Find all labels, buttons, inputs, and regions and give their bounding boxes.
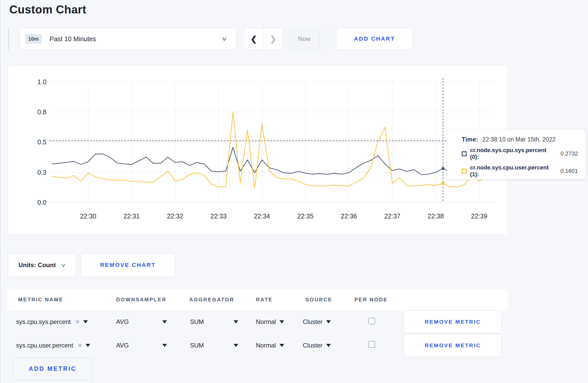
remove-metric-button[interactable]: REMOVE METRIC [404,334,502,357]
col-header-downsampler: DOWNSAMPLER [116,297,166,303]
rate-value: Normal [256,318,276,325]
cpu-usage-chart[interactable]: 0.00.30.50.81.0 22:3022:3122:3222:3322:3… [8,66,508,235]
chart-tooltip: Time: 22:38:10 on Mar 15th, 2022 cr.node… [447,130,586,179]
time-range-badge: 10m [25,34,42,44]
col-header-aggregator: AGGREGATOR [189,297,234,303]
svg-text:22:34: 22:34 [254,212,270,220]
col-header-rate: RATE [256,297,273,303]
tooltip-series-label: cr.node.sys.cpu.user.percent (1): [470,164,557,178]
metric-name-value: sys.cpu.user.percent [16,342,73,349]
dropdown-caret-icon [162,320,167,323]
svg-text:22:37: 22:37 [384,212,401,220]
controls-divider [8,29,9,50]
svg-text:22:39: 22:39 [471,212,487,220]
dropdown-caret-icon [162,344,167,347]
svg-text:22:38: 22:38 [428,212,444,220]
svg-text:22:35: 22:35 [297,212,314,220]
chart-y-axis-labels: 0.00.30.50.81.0 [37,78,46,206]
metric-name-select[interactable]: sys.cpu.sys.percent × [16,318,88,325]
time-range-select[interactable]: 10m Past 10 Minutes ∨ [20,28,236,50]
svg-text:22:32: 22:32 [167,212,183,220]
svg-text:0.0: 0.0 [37,199,46,206]
per-node-checkbox[interactable] [368,318,375,324]
tooltip-series-row: cr.node.sys.cpu.sys.percent (0): 0.2732 [462,147,578,160]
source-select[interactable]: Cluster [303,342,331,349]
chart-card: 0.00.30.50.81.0 22:3022:3122:3222:3322:3… [8,65,508,235]
dropdown-caret-icon [83,320,88,323]
tooltip-time-label: Time: [462,136,478,143]
col-header-metric-name: METRIC NAME [18,297,63,303]
downsampler-value: AVG [116,318,129,325]
svg-text:22:30: 22:30 [80,212,96,220]
source-value: Cluster [303,318,323,325]
downsampler-select[interactable]: AVG [116,318,167,325]
aggregator-select[interactable]: SUM [190,342,238,349]
chart-crosshair [50,78,494,202]
svg-text:22:33: 22:33 [211,212,227,220]
tooltip-series-value: 0.2732 [561,150,578,157]
chart-gridlines [50,82,494,202]
page-title: Custom Chart [9,3,86,16]
time-prev-button[interactable]: ❮ [244,28,264,49]
time-pager: ❮ ❯ [244,28,283,50]
time-range-label: Past 10 Minutes [50,35,96,43]
now-button[interactable]: Now [289,28,320,50]
tooltip-time-row: Time: 22:38:10 on Mar 15th, 2022 [462,136,578,143]
svg-text:22:31: 22:31 [123,212,140,220]
source-value: Cluster [303,342,323,349]
dropdown-caret-icon [234,344,238,347]
chart-series-lines [52,112,494,188]
rate-select[interactable]: Normal [256,342,284,349]
page-left-border [0,0,1,383]
rate-select[interactable]: Normal [256,318,284,325]
aggregator-value: SUM [190,342,204,349]
metric-name-value: sys.cpu.sys.percent [16,318,71,325]
units-dropdown[interactable]: Units: Count ∨ [8,253,76,277]
col-header-source: SOURCE [305,297,332,303]
tooltip-series-row: cr.node.sys.cpu.user.percent (1): 0.1601 [462,164,578,178]
downsampler-value: AVG [116,342,129,349]
svg-text:1.0: 1.0 [37,78,46,86]
tooltip-time-value: 22:38:10 on Mar 15th, 2022 [482,136,556,143]
svg-text:0.3: 0.3 [37,169,46,176]
sys-series-swatch-icon [462,151,467,156]
add-chart-button[interactable]: ADD CHART [336,28,413,50]
chart-x-axis-labels: 22:3022:3122:3222:3322:3422:3522:3622:37… [80,212,487,220]
dropdown-caret-icon [234,320,238,323]
remove-metric-x-icon[interactable]: × [75,318,80,325]
time-next-button[interactable]: ❯ [264,28,283,49]
aggregator-select[interactable]: SUM [190,318,238,325]
col-header-per-node: PER NODE [354,297,388,303]
svg-text:22:36: 22:36 [341,212,357,220]
dropdown-caret-icon [326,320,331,323]
dropdown-caret-icon [279,320,284,323]
svg-text:0.8: 0.8 [37,108,46,116]
dropdown-caret-icon [86,344,90,347]
dropdown-caret-icon [279,344,284,347]
remove-chart-button[interactable]: REMOVE CHART [81,253,175,277]
remove-metric-button[interactable]: REMOVE METRIC [404,310,502,333]
user-series-swatch-icon [462,169,467,174]
units-label: Units: Count [18,261,56,269]
metric-name-select[interactable]: sys.cpu.user.percent × [16,342,90,349]
tooltip-series-label: cr.node.sys.cpu.sys.percent (0): [470,147,557,160]
aggregator-value: SUM [190,318,204,325]
source-select[interactable]: Cluster [303,318,331,325]
svg-text:0.5: 0.5 [37,138,46,146]
remove-metric-x-icon[interactable]: × [78,342,82,349]
chevron-down-icon: ∨ [221,36,227,42]
downsampler-select[interactable]: AVG [116,342,167,349]
chevron-down-icon: ∨ [61,262,66,268]
dropdown-caret-icon [326,344,331,347]
per-node-checkbox[interactable] [368,341,375,348]
rate-value: Normal [256,342,276,349]
add-metric-button[interactable]: ADD METRIC [13,358,93,380]
metrics-table-header: METRIC NAME DOWNSAMPLER AGGREGATOR RATE … [7,289,508,310]
tooltip-series-value: 0.1601 [561,168,578,174]
